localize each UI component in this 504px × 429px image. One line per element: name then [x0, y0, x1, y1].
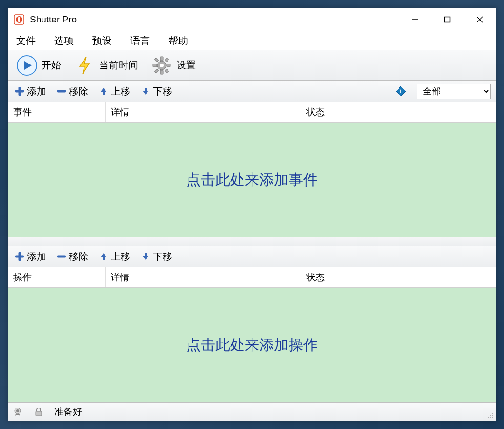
events-add-button[interactable]: 添加: [13, 84, 48, 99]
actions-add-button[interactable]: 添加: [13, 249, 48, 264]
lightning-icon: [74, 55, 95, 76]
menu-language[interactable]: 语言: [127, 32, 153, 49]
svg-point-29: [16, 409, 19, 412]
svg-rect-11: [160, 57, 163, 61]
svg-rect-15: [154, 58, 158, 62]
minus-icon: [57, 252, 66, 261]
events-remove-label: 移除: [69, 85, 88, 98]
plus-icon: [15, 87, 24, 96]
arrow-up-icon: [99, 87, 108, 96]
actions-remove-label: 移除: [69, 250, 88, 263]
current-time-button[interactable]: 当前时间: [72, 53, 140, 78]
svg-rect-4: [445, 17, 450, 22]
events-table-header: 事件 详情 状态: [8, 102, 496, 123]
events-empty-area[interactable]: 点击此处来添加事件: [8, 123, 496, 237]
events-info-icon[interactable]: i: [395, 86, 407, 97]
menu-options[interactable]: 选项: [51, 32, 77, 49]
events-col-event[interactable]: 事件: [8, 102, 106, 122]
actions-col-action[interactable]: 操作: [8, 267, 106, 287]
lock-icon[interactable]: [33, 407, 44, 417]
svg-rect-16: [165, 58, 168, 62]
app-title: Shutter Pro: [30, 14, 399, 25]
status-separator: [28, 407, 28, 417]
resize-grip[interactable]: [487, 412, 494, 419]
svg-marker-9: [80, 57, 89, 74]
settings-button[interactable]: 设置: [149, 53, 198, 78]
app-window: Shutter Pro 文件 选项 预设 语言 帮助: [8, 8, 496, 421]
svg-point-19: [160, 64, 164, 67]
minimize-button[interactable]: [399, 9, 431, 30]
statusbar: 准备好: [8, 402, 496, 421]
menu-file[interactable]: 文件: [13, 32, 39, 49]
actions-empty-area[interactable]: 点击此处来添加操作: [8, 288, 496, 402]
actions-table-header: 操作 详情 状态: [8, 267, 496, 288]
arrow-down-icon: [141, 87, 150, 96]
svg-rect-18: [165, 69, 168, 73]
svg-point-31: [492, 413, 493, 414]
svg-marker-26: [101, 253, 106, 260]
app-icon: [13, 14, 25, 25]
minus-icon: [57, 87, 66, 96]
start-label: 开始: [42, 59, 61, 72]
actions-col-details[interactable]: 详情: [106, 267, 301, 287]
svg-point-33: [492, 415, 493, 416]
plus-icon: [15, 252, 24, 261]
actions-movedown-label: 下移: [153, 250, 172, 263]
svg-marker-21: [101, 88, 106, 95]
actions-movedown-button[interactable]: 下移: [139, 249, 174, 264]
status-separator: [49, 407, 49, 417]
gear-icon: [151, 55, 172, 76]
webcam-icon[interactable]: [12, 407, 23, 417]
events-movedown-label: 下移: [153, 85, 172, 98]
events-moveup-button[interactable]: 上移: [97, 84, 132, 99]
svg-rect-14: [167, 64, 170, 67]
svg-rect-2: [18, 17, 20, 22]
events-col-details[interactable]: 详情: [106, 102, 301, 122]
svg-rect-17: [154, 69, 158, 73]
actions-add-label: 添加: [27, 250, 46, 263]
main-toolbar: 开始 当前时间: [8, 50, 496, 81]
svg-marker-27: [143, 253, 148, 260]
arrow-down-icon: [141, 252, 150, 261]
events-toolbar: 添加 移除 上移 下移 i 全部: [8, 81, 496, 102]
svg-text:i: i: [400, 87, 402, 95]
events-col-status[interactable]: 状态: [301, 102, 482, 122]
svg-rect-12: [160, 70, 163, 74]
maximize-button[interactable]: [431, 9, 463, 30]
events-add-label: 添加: [27, 85, 46, 98]
menu-help[interactable]: 帮助: [166, 32, 191, 49]
current-time-label: 当前时间: [99, 59, 138, 72]
actions-toolbar: 添加 移除 上移 下移: [8, 246, 496, 267]
actions-moveup-label: 上移: [111, 250, 130, 263]
play-icon: [16, 55, 38, 76]
section-gap: [8, 237, 496, 246]
svg-point-36: [492, 417, 493, 418]
svg-rect-30: [36, 411, 42, 416]
actions-moveup-button[interactable]: 上移: [97, 249, 132, 264]
actions-col-extra: [482, 267, 496, 287]
close-button[interactable]: [463, 9, 496, 30]
titlebar: Shutter Pro: [8, 8, 496, 31]
svg-marker-22: [143, 88, 148, 95]
actions-remove-button[interactable]: 移除: [55, 249, 90, 264]
svg-point-32: [490, 415, 491, 416]
actions-col-status[interactable]: 状态: [301, 267, 482, 287]
menu-presets[interactable]: 预设: [89, 32, 115, 49]
svg-point-34: [488, 417, 489, 418]
events-movedown-button[interactable]: 下移: [139, 84, 174, 99]
window-controls: [399, 9, 496, 30]
arrow-up-icon: [99, 252, 108, 261]
events-remove-button[interactable]: 移除: [55, 84, 90, 99]
settings-label: 设置: [176, 59, 196, 72]
events-col-extra: [482, 102, 496, 122]
status-text: 准备好: [54, 406, 82, 418]
events-filter-select[interactable]: 全部: [417, 84, 491, 99]
svg-point-35: [490, 417, 491, 418]
start-button[interactable]: 开始: [14, 53, 63, 78]
svg-rect-13: [153, 64, 157, 67]
menubar: 文件 选项 预设 语言 帮助: [8, 31, 496, 50]
events-moveup-label: 上移: [111, 85, 130, 98]
